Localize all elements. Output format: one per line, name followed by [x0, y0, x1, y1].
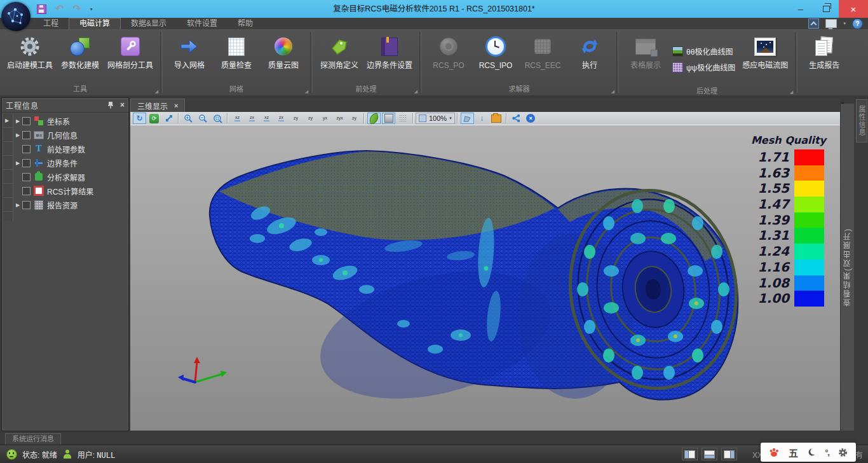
view-results-tab[interactable]: 查看结果(双击展开) — [840, 104, 854, 431]
tree-item-rcs-results[interactable]: RCS计算结果 — [13, 184, 127, 198]
display-style-dropdown-icon[interactable]: ▾ — [843, 21, 846, 26]
3d-viewport[interactable]: Mesh Quality 1.71 1.63 1.55 1.47 1.39 1.… — [130, 125, 840, 431]
rcs-ipo-button[interactable]: RCS_IPO — [473, 32, 519, 71]
documents-icon — [815, 33, 834, 60]
zoom-out-button[interactable] — [196, 113, 210, 124]
mesh-partition-button[interactable]: 网格剖分工具 — [104, 32, 156, 71]
shaded-mode-button[interactable] — [367, 113, 381, 124]
expander-icon[interactable]: ▶ — [13, 202, 22, 208]
clip-region-button[interactable] — [461, 113, 474, 124]
dialog-launcher-icon[interactable]: ◢ — [414, 89, 417, 94]
view-xz-button[interactable]: xz — [231, 113, 244, 124]
parametric-modeling-button[interactable]: 参数化建模 — [57, 32, 103, 71]
checkbox[interactable] — [22, 159, 31, 167]
ime-logo-icon[interactable] — [769, 447, 780, 457]
launch-modeling-button[interactable]: 启动建模工具 — [4, 32, 56, 71]
3d-model — [130, 125, 840, 431]
ime-punctuation-button[interactable]: °, — [825, 448, 829, 457]
gutter-expander-icon[interactable]: ▶ — [5, 118, 9, 123]
cancel-button[interactable]: × — [524, 113, 538, 124]
rcs-eec-button[interactable]: RCS_EEC — [520, 32, 566, 71]
zoom-in-button[interactable] — [182, 113, 195, 124]
zoom-window-button[interactable] — [211, 113, 224, 124]
layers-button[interactable] — [490, 113, 503, 124]
property-info-tab[interactable]: 属性信息 — [856, 99, 867, 142]
expander-icon[interactable]: ▶ — [13, 132, 22, 138]
dialog-launcher-icon[interactable]: ◢ — [790, 90, 793, 95]
system-messages-tab[interactable]: 系统运行消息 — [5, 433, 61, 446]
ime-toolbar[interactable]: 五 °, — [761, 443, 856, 462]
half-width-moon-icon[interactable] — [807, 448, 816, 457]
layout-right-button[interactable] — [721, 448, 737, 460]
tab-data-display[interactable]: 数据&显示 — [121, 18, 177, 29]
fit-extents-button[interactable] — [162, 113, 175, 124]
quality-cloud-button[interactable]: 质量云图 — [261, 32, 306, 71]
quality-check-button[interactable]: 质量检查 — [214, 32, 259, 71]
view-xz2-button[interactable]: xz — [260, 113, 273, 124]
layout-bottom-button[interactable] — [702, 448, 717, 460]
app-logo[interactable] — [1, 2, 31, 31]
display-style-icon[interactable] — [825, 19, 837, 28]
pin-icon[interactable] — [107, 101, 114, 109]
flat-mode-button[interactable] — [382, 113, 395, 124]
tree-item-analysis-solver[interactable]: 分析求解器 — [13, 170, 127, 184]
rotate-view-button[interactable]: ↻ — [133, 113, 146, 124]
checkbox[interactable] — [22, 145, 31, 153]
tab-software-settings[interactable]: 软件设置 — [177, 18, 227, 29]
ime-settings-gear-icon[interactable] — [838, 448, 848, 457]
ribbon-group-footer: 工具 ◢ — [0, 85, 160, 95]
view-zx-button[interactable]: zx — [245, 113, 259, 124]
checkbox[interactable] — [22, 201, 31, 209]
expander-icon[interactable]: ▶ — [13, 160, 22, 166]
induced-current-button[interactable]: 感应电磁流图 — [739, 32, 791, 71]
user-icon — [64, 450, 71, 459]
tree-item-boundary-conditions[interactable]: ▶ 边界条件 — [13, 156, 127, 170]
import-mesh-button[interactable]: 导入网格 — [166, 32, 212, 71]
orbit-button[interactable]: ⟳ — [147, 113, 161, 124]
tree-item-coordinate-system[interactable]: ▶ 坐标系 — [13, 114, 127, 128]
checkbox[interactable] — [22, 187, 31, 195]
boundary-setup-button[interactable]: 边界条件设置 — [363, 32, 416, 71]
checkbox[interactable] — [22, 173, 31, 181]
table-view-button[interactable]: 表格展示 — [623, 32, 668, 71]
tab-help[interactable]: 帮助 — [227, 18, 263, 29]
view-zy-button[interactable]: zy — [289, 113, 302, 124]
tab-close-icon[interactable]: × — [174, 102, 178, 109]
points-mode-button[interactable] — [397, 113, 410, 124]
minimize-button[interactable]: – — [788, 0, 813, 18]
view-zx2-button[interactable]: zx — [275, 113, 288, 124]
execute-button[interactable]: 执行 — [567, 32, 613, 71]
tree-item-geometry-info[interactable]: ▶ 几何信息 — [13, 128, 127, 142]
collapse-ribbon-button[interactable] — [808, 18, 819, 29]
ime-mode-button[interactable]: 五 — [789, 446, 798, 459]
view-iso-button[interactable]: zyx — [333, 113, 346, 124]
restore-button[interactable] — [813, 0, 839, 18]
tab-project[interactable]: 工程 — [33, 18, 69, 29]
rcs-po-button[interactable]: RCS_PO — [426, 32, 471, 71]
psi-curve-button[interactable]: ψψ极化曲线图 — [672, 62, 735, 73]
view-iso2-button[interactable]: zy — [348, 113, 361, 124]
theta-curve-button[interactable]: θθ极化曲线图 — [672, 46, 735, 57]
grid-page-icon — [228, 33, 245, 60]
probe-angle-button[interactable]: 探测角定义 — [316, 32, 362, 71]
panel-close-icon[interactable]: × — [120, 100, 125, 109]
move-down-button[interactable]: ↓ — [475, 113, 489, 124]
help-button[interactable]: ? — [852, 18, 863, 29]
dialog-launcher-icon[interactable]: ◢ — [611, 89, 614, 94]
tree-item-preprocess-params[interactable]: T 前处理参数 — [13, 142, 127, 156]
close-button[interactable]: × — [839, 0, 868, 18]
dialog-launcher-icon[interactable]: ◢ — [305, 89, 308, 94]
view-zy2-button[interactable]: zy — [304, 113, 317, 124]
tab-3d-display[interactable]: 三维显示 × — [130, 99, 185, 112]
tree-item-report-resources[interactable]: ▶ 报告资源 — [13, 198, 127, 212]
expander-icon[interactable]: ▶ — [13, 118, 22, 124]
share-button[interactable] — [510, 113, 523, 124]
generate-report-button[interactable]: 生成报告 — [801, 32, 847, 71]
layout-left-button[interactable] — [682, 448, 698, 460]
checkbox[interactable] — [22, 131, 31, 139]
view-yx-button[interactable]: yx — [318, 113, 332, 124]
tab-em-computation[interactable]: 电磁计算 — [69, 18, 121, 29]
dialog-launcher-icon[interactable]: ◢ — [155, 89, 158, 94]
checkbox[interactable] — [22, 117, 31, 125]
zoom-level-select[interactable]: 100% ▾ — [416, 113, 455, 124]
